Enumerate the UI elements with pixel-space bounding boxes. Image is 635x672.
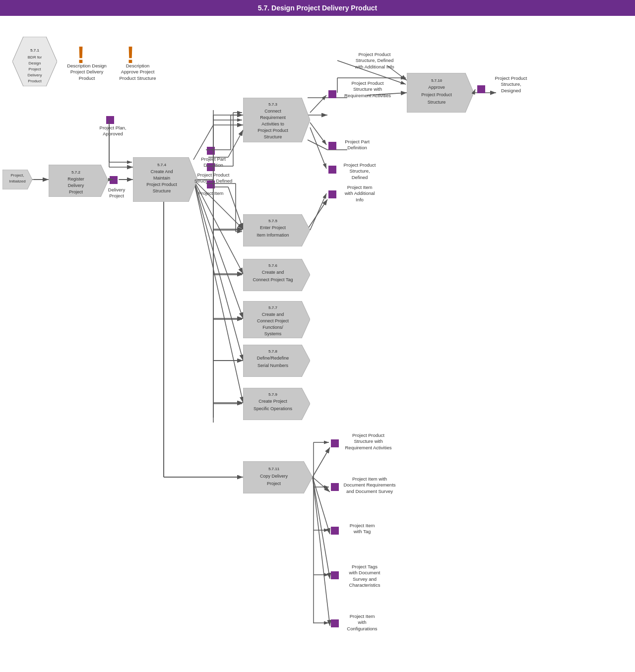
proc-577[interactable]: 5.7.7 Create and Connect Project Functio… (243, 301, 310, 338)
svg-line-127 (310, 95, 326, 113)
svg-text:Activities to: Activities to (261, 122, 284, 126)
svg-text:Structure: Structure (153, 188, 171, 193)
copy-proj-prod-struct-req-label: Project ProductStructure withRequirement… (342, 432, 394, 451)
proc-579[interactable]: 5.7.9 Create Project Specific Operations (243, 388, 310, 420)
project-item-label: Project Item (196, 190, 226, 196)
svg-text:BDR for: BDR for (28, 55, 42, 60)
svg-text:Project,: Project, (10, 173, 24, 178)
diagram-area: Project, Initialized 5.7.1 BDR for Desig… (0, 16, 635, 671)
proj-part-def-right-label: Project PartDefinition (340, 139, 375, 151)
svg-line-24 (308, 140, 327, 150)
svg-text:Project Product: Project Product (421, 92, 452, 97)
svg-text:5.7.4: 5.7.4 (157, 163, 166, 167)
svg-text:Functions/: Functions/ (262, 325, 283, 330)
svg-text:Product: Product (28, 79, 42, 83)
desc-approve-project: DescriptionApprove ProjectProduct Struct… (114, 63, 161, 81)
svg-text:Create and: Create and (262, 270, 284, 275)
svg-text:5.7.11: 5.7.11 (268, 467, 280, 471)
copy-proj-tags-doc-label: Project Tagswith DocumentSurvey andChara… (342, 564, 387, 588)
svg-text:Define/Redefine: Define/Redefine (257, 356, 289, 361)
svg-text:Project Product: Project Product (146, 182, 177, 187)
copy-proj-item-config-label: Project ItemwithConfigurations (342, 613, 382, 632)
svg-line-37 (228, 130, 243, 157)
svg-line-129 (310, 127, 326, 169)
delivery-project-label: DeliveryProject (102, 187, 131, 199)
copy-proj-item-tag-data (330, 526, 340, 536)
proc-5710[interactable]: 5.7.10 Approve Project Product Structure (407, 73, 474, 113)
proc-572[interactable]: 5.7.2 Register Delivery Project (49, 165, 108, 197)
svg-text:Delivery: Delivery (28, 73, 42, 77)
svg-text:Register: Register (67, 177, 84, 182)
svg-text:Approve: Approve (428, 85, 445, 90)
svg-line-32 (313, 477, 330, 579)
svg-line-25 (308, 199, 327, 229)
svg-text:Design: Design (29, 61, 41, 65)
svg-text:Delivery: Delivery (68, 183, 84, 188)
svg-line-39 (228, 187, 243, 229)
svg-line-9 (193, 180, 243, 229)
proc-575[interactable]: 5.7.5 Enter Project Item Information (243, 214, 310, 246)
copy-proj-item-tag-label: Project Itemwith Tag (342, 523, 382, 535)
proc-573[interactable]: 5.7.3 Connect Requirement Activities to … (243, 98, 310, 142)
svg-line-11 (193, 180, 243, 318)
svg-text:Requirement: Requirement (260, 115, 286, 120)
svg-text:Enter Project: Enter Project (260, 225, 286, 230)
svg-text:!: ! (77, 42, 85, 65)
svg-text:5.7.8: 5.7.8 (268, 349, 277, 354)
project-part-def-left-data (206, 146, 216, 156)
delivery-project-data (109, 175, 119, 185)
copy-proj-item-config-data (330, 618, 340, 628)
svg-line-130 (310, 193, 326, 230)
title-bar: 5.7. Design Project Delivery Product (0, 0, 635, 16)
svg-text:5.7.9: 5.7.9 (268, 392, 277, 397)
proj-prod-struct-defined-right-data (327, 165, 337, 175)
connector-layer (0, 16, 635, 671)
proj-prod-struct-defined-left-data (206, 162, 216, 172)
svg-text:Project: Project (69, 189, 83, 194)
svg-line-30 (313, 477, 330, 492)
svg-text:5.7.1: 5.7.1 (30, 48, 39, 53)
proj-prod-struct-req-act-label: Project ProductStructure withRequirement… (340, 80, 395, 99)
proj-prod-struct-defined-right-label: Project ProductStructure,Defined (340, 162, 380, 181)
copy-proj-prod-struct-req-data (330, 438, 340, 448)
proc-5711[interactable]: 5.7.11 Copy Delivery Project (243, 461, 313, 493)
svg-text:Project: Project (29, 67, 42, 71)
svg-line-128 (310, 122, 326, 145)
svg-text:Structure: Structure (428, 100, 446, 105)
svg-line-29 (313, 447, 330, 477)
copy-proj-item-doc-req-data (330, 482, 340, 492)
proc-576[interactable]: 5.7.6 Create and Connect Project Tag (243, 259, 310, 291)
proj-item-add-info-label: Project Itemwith AdditionalInfo (340, 184, 380, 203)
svg-text:5.7.3: 5.7.3 (268, 102, 277, 107)
proj-prod-struct-add-info-label: Project ProductStructure, Definedwith Ad… (350, 52, 399, 70)
svg-text:Connect Project: Connect Project (257, 318, 289, 323)
svg-text:5.7.10: 5.7.10 (431, 78, 443, 83)
proc-578[interactable]: 5.7.8 Define/Redefine Serial Numbers (243, 345, 310, 377)
desc-design-project: Description Design Project Delivery Prod… (64, 63, 109, 81)
svg-text:Item Information: Item Information (256, 233, 289, 238)
svg-line-33 (313, 477, 330, 626)
svg-text:5.7.6: 5.7.6 (268, 263, 277, 268)
svg-text:Initialized: Initialized (9, 179, 25, 183)
svg-text:Project Product: Project Product (257, 128, 288, 133)
svg-line-12 (193, 180, 243, 361)
proc-574[interactable]: 5.7.4 Create And Maintain Project Produc… (133, 157, 197, 202)
project-plan-approved-label: Project Plan,Approved (97, 125, 129, 137)
page-container: 5.7. Design Project Delivery Product (0, 0, 635, 672)
svg-text:Copy Delivery: Copy Delivery (260, 474, 288, 479)
project-item-data (206, 180, 216, 189)
svg-text:Create Project: Create Project (258, 399, 287, 404)
proj-item-add-info-data (327, 189, 337, 199)
svg-line-13 (193, 180, 243, 403)
flow-lines (0, 16, 635, 671)
svg-text:5.7.2: 5.7.2 (71, 170, 80, 175)
svg-text:Maintain: Maintain (153, 176, 170, 181)
svg-text:5.7.5: 5.7.5 (268, 219, 277, 223)
svg-text:Systems: Systems (264, 331, 282, 336)
svg-text:Create and: Create and (262, 312, 284, 317)
project-plan-approved-data (105, 115, 115, 125)
proc-571[interactable]: 5.7.1 BDR for Design Project Delivery Pr… (12, 37, 57, 86)
svg-text:!: ! (127, 42, 134, 65)
project-initialized: Project, Initialized (2, 170, 32, 189)
svg-text:5.7.7: 5.7.7 (268, 305, 277, 310)
